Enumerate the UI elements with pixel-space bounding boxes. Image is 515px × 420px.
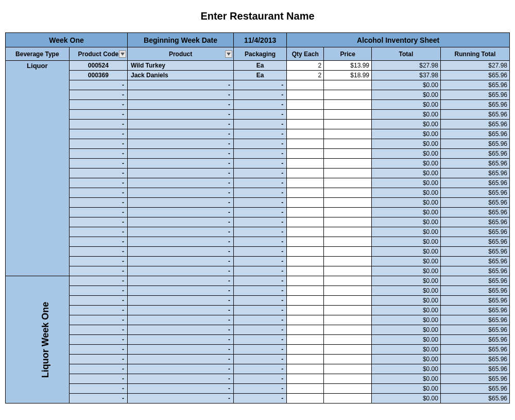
product-cell[interactable]: - [128,237,234,247]
qty-cell[interactable] [287,178,324,188]
product-cell[interactable]: - [128,276,234,286]
qty-cell[interactable] [287,198,324,208]
packaging-cell[interactable]: - [234,247,287,257]
price-cell[interactable] [324,276,372,286]
qty-cell[interactable]: 2 [287,61,324,71]
product-cell[interactable]: - [128,296,234,306]
qty-cell[interactable] [287,149,324,159]
product-cell[interactable]: - [128,394,234,404]
product-code-cell[interactable]: - [69,276,127,286]
packaging-cell[interactable]: - [234,139,287,149]
product-cell[interactable]: - [128,80,234,90]
packaging-cell[interactable]: - [234,364,287,374]
price-cell[interactable] [324,306,372,315]
product-cell[interactable]: - [128,100,234,110]
qty-cell[interactable] [287,247,324,257]
product-code-cell[interactable]: - [69,139,127,149]
price-cell[interactable] [324,159,372,169]
product-cell[interactable]: - [128,345,234,355]
price-cell[interactable] [324,266,372,276]
qty-cell[interactable] [287,217,324,227]
product-code-cell[interactable]: - [69,90,127,100]
price-cell[interactable] [324,345,372,355]
product-code-cell[interactable]: - [69,257,127,266]
product-cell[interactable]: - [128,247,234,257]
qty-cell[interactable]: 2 [287,71,324,80]
packaging-cell[interactable]: - [234,110,287,120]
qty-cell[interactable] [287,394,324,404]
product-code-cell[interactable]: 000524 [69,61,127,71]
packaging-cell[interactable]: - [234,345,287,355]
price-cell[interactable]: $18.99 [324,71,372,80]
price-cell[interactable] [324,335,372,345]
product-code-cell[interactable]: - [69,208,127,217]
packaging-cell[interactable]: - [234,384,287,394]
product-code-cell[interactable]: - [69,188,127,198]
product-code-cell[interactable]: - [69,159,127,169]
qty-cell[interactable] [287,237,324,247]
qty-cell[interactable] [287,129,324,139]
product-code-cell[interactable]: - [69,169,127,178]
price-cell[interactable] [324,80,372,90]
packaging-cell[interactable]: - [234,129,287,139]
product-cell[interactable]: - [128,257,234,266]
price-cell[interactable] [324,198,372,208]
qty-cell[interactable] [287,276,324,286]
packaging-cell[interactable]: - [234,169,287,178]
packaging-cell[interactable]: - [234,374,287,384]
product-cell[interactable]: Jack Daniels [128,71,234,80]
packaging-cell[interactable]: - [234,198,287,208]
product-code-cell[interactable]: - [69,335,127,345]
product-cell[interactable]: - [128,217,234,227]
price-cell[interactable] [324,315,372,325]
product-cell[interactable]: - [128,355,234,364]
price-cell[interactable] [324,110,372,120]
product-code-cell[interactable]: - [69,394,127,404]
product-cell[interactable]: - [128,198,234,208]
packaging-cell[interactable]: - [234,178,287,188]
price-cell[interactable] [324,394,372,404]
qty-cell[interactable] [287,296,324,306]
col-product[interactable]: Product [128,47,234,61]
price-cell[interactable] [324,217,372,227]
price-cell[interactable] [324,355,372,364]
qty-cell[interactable] [287,374,324,384]
qty-cell[interactable] [287,364,324,374]
filter-dropdown-icon[interactable] [119,51,126,58]
packaging-cell[interactable]: - [234,159,287,169]
begin-week-date[interactable]: 11/4/2013 [234,33,287,47]
product-code-cell[interactable]: - [69,80,127,90]
product-code-cell[interactable]: - [69,374,127,384]
price-cell[interactable] [324,247,372,257]
product-code-cell[interactable]: - [69,315,127,325]
price-cell[interactable] [324,384,372,394]
price-cell[interactable] [324,364,372,374]
price-cell[interactable] [324,208,372,217]
product-code-cell[interactable]: - [69,100,127,110]
price-cell[interactable] [324,286,372,296]
packaging-cell[interactable]: - [234,257,287,266]
packaging-cell[interactable]: - [234,227,287,237]
price-cell[interactable] [324,129,372,139]
product-code-cell[interactable]: - [69,345,127,355]
packaging-cell[interactable]: - [234,325,287,335]
packaging-cell[interactable]: - [234,355,287,364]
qty-cell[interactable] [287,325,324,335]
packaging-cell[interactable]: - [234,296,287,306]
qty-cell[interactable] [287,208,324,217]
product-cell[interactable]: - [128,120,234,129]
product-cell[interactable]: - [128,110,234,120]
qty-cell[interactable] [287,80,324,90]
price-cell[interactable] [324,139,372,149]
qty-cell[interactable] [287,227,324,237]
price-cell[interactable] [324,188,372,198]
product-cell[interactable]: - [128,286,234,296]
product-code-cell[interactable]: 000369 [69,71,127,80]
qty-cell[interactable] [287,100,324,110]
qty-cell[interactable] [287,306,324,315]
price-cell[interactable] [324,169,372,178]
price-cell[interactable] [324,149,372,159]
price-cell[interactable] [324,237,372,247]
qty-cell[interactable] [287,169,324,178]
price-cell[interactable] [324,257,372,266]
